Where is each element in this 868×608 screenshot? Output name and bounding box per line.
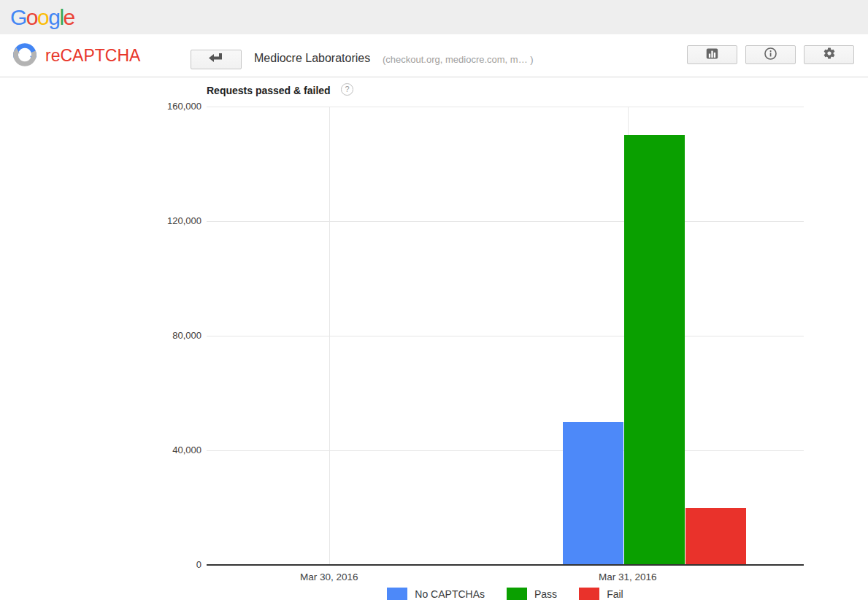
gridline bbox=[207, 221, 804, 222]
bar-fail[interactable] bbox=[685, 508, 746, 566]
header-bar: reCAPTCHA Mediocre Laboratories (checkou… bbox=[0, 34, 868, 77]
x-axis-label: Mar 31, 2016 bbox=[569, 572, 686, 582]
legend-item: Pass bbox=[507, 588, 557, 600]
y-axis-label: 0 bbox=[136, 559, 201, 570]
google-logo-letter: g bbox=[48, 5, 59, 29]
top-bar: Google bbox=[0, 0, 868, 34]
site-title: Mediocre Laboratories bbox=[254, 52, 370, 65]
legend-item: No CAPTCHAs bbox=[387, 588, 485, 600]
legend-label: Pass bbox=[534, 588, 557, 600]
back-arrow-icon bbox=[208, 53, 224, 66]
gridline bbox=[329, 107, 330, 565]
gridline bbox=[207, 450, 804, 451]
google-logo-letter: o bbox=[26, 5, 37, 29]
bar-no-captchas[interactable] bbox=[563, 422, 623, 565]
google-logo-letter: o bbox=[37, 5, 48, 29]
header-toolbar bbox=[687, 45, 854, 64]
settings-button[interactable] bbox=[804, 45, 854, 64]
legend-swatch bbox=[579, 588, 599, 600]
bar-pass[interactable] bbox=[624, 135, 685, 565]
chart-view-button[interactable] bbox=[687, 45, 737, 64]
back-button[interactable] bbox=[191, 50, 242, 69]
recaptcha-brand[interactable]: reCAPTCHA bbox=[10, 41, 140, 71]
y-axis-label: 160,000 bbox=[136, 101, 201, 112]
site-domains: (checkout.org, mediocre.com, m… ) bbox=[383, 54, 534, 65]
recaptcha-wordmark: reCAPTCHA bbox=[45, 46, 140, 66]
gridline bbox=[207, 336, 804, 336]
legend-label: No CAPTCHAs bbox=[415, 588, 485, 600]
y-axis-label: 40,000 bbox=[136, 445, 201, 455]
gear-icon bbox=[823, 47, 836, 63]
legend-swatch bbox=[387, 588, 407, 600]
info-icon bbox=[764, 47, 777, 64]
info-button[interactable] bbox=[745, 45, 796, 64]
x-axis-line bbox=[207, 564, 804, 566]
recaptcha-logo-icon bbox=[10, 40, 39, 72]
gridline bbox=[207, 107, 804, 107]
google-logo-letter: e bbox=[64, 5, 74, 29]
bar-chart-icon bbox=[705, 47, 719, 63]
help-icon[interactable]: ? bbox=[341, 83, 353, 96]
legend-item: Fail bbox=[579, 588, 623, 600]
google-logo-letter: G bbox=[10, 5, 26, 29]
legend-swatch bbox=[507, 588, 527, 600]
google-logo[interactable]: Google bbox=[10, 5, 74, 30]
page: Google reCAPTCHA bbox=[0, 0, 868, 608]
chart-legend: No CAPTCHAsPassFail bbox=[207, 588, 804, 600]
x-axis-label: Mar 30, 2016 bbox=[271, 572, 388, 582]
y-axis-label: 120,000 bbox=[136, 215, 201, 226]
chart-title: Requests passed & failed bbox=[207, 85, 331, 96]
y-axis-label: 80,000 bbox=[136, 330, 201, 341]
legend-label: Fail bbox=[607, 588, 623, 600]
